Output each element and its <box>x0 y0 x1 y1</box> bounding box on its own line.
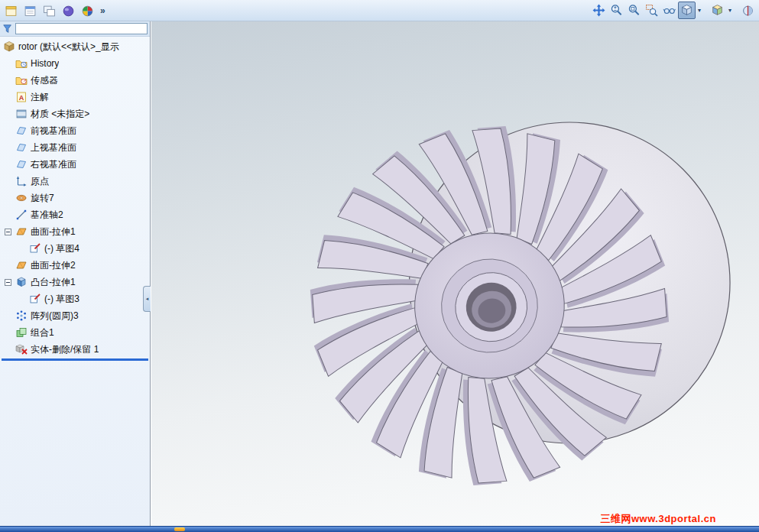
tree-item-label: 原点 <box>31 175 49 188</box>
tree-item-revolve7[interactable]: 旋转7 <box>0 190 150 206</box>
tree-item-right-plane[interactable]: 右视基准面 <box>0 156 150 173</box>
collapse-toggle[interactable] <box>5 279 11 286</box>
sphere-icon <box>62 5 75 18</box>
tree-item-material[interactable]: 材质 <未指定> <box>0 105 150 122</box>
tree-item-body-delete-keep1[interactable]: 实体-删除/保留 1 <box>0 341 150 358</box>
surface-extrude-icon <box>15 259 28 271</box>
view-heads-up-toolbar: ▾ ▾ <box>590 2 757 19</box>
surface-extrude-icon <box>15 225 28 238</box>
template-icon <box>5 5 18 18</box>
zoom-area-icon <box>645 4 658 17</box>
history-folder-icon <box>15 57 28 70</box>
plane-icon <box>15 125 28 137</box>
plane-icon <box>15 141 28 154</box>
tree-item-sensors[interactable]: 传感器 <box>0 72 150 89</box>
pan-button[interactable] <box>590 2 608 19</box>
tree-item-boss-extrude1[interactable]: 凸台-拉伸1 <box>0 274 150 290</box>
tree-item-axis2[interactable]: 基准轴2 <box>0 206 150 223</box>
windows-button[interactable] <box>40 2 58 20</box>
part-icon <box>3 41 15 53</box>
filter-funnel-icon <box>2 24 13 34</box>
tree-item-label: 旋转7 <box>31 192 54 205</box>
form-button[interactable] <box>21 2 39 20</box>
tree-item-label: History <box>31 58 59 69</box>
rotor-3d-model <box>151 21 759 526</box>
tree-item-label: rotor (默认<<默认>_显示 <box>18 41 119 54</box>
display-style-button[interactable] <box>709 2 726 19</box>
tree-item-label: 凸台-拉伸1 <box>31 276 76 289</box>
template-button[interactable] <box>2 2 20 20</box>
tree-filter-row <box>0 21 150 37</box>
zoom-fit-button[interactable] <box>625 2 643 19</box>
zoom-area-button[interactable] <box>643 2 660 19</box>
revolve-feature-icon <box>15 192 28 204</box>
top-toolbar: » ▾ ▾ <box>0 0 759 21</box>
body-delete-icon <box>15 343 28 355</box>
tree-item-surface-extrude1[interactable]: 曲面-拉伸1 <box>0 223 150 240</box>
tree-filter-input[interactable] <box>15 23 148 34</box>
view-orientation-button[interactable] <box>678 2 696 19</box>
resources-ball-icon <box>81 5 94 18</box>
tree-item-label: 前视基准面 <box>31 125 76 138</box>
tree-item-origin[interactable]: 原点 <box>0 173 150 190</box>
taskbar-edge[interactable] <box>0 526 759 532</box>
previous-view-button[interactable] <box>660 2 678 19</box>
display-style-dropdown[interactable]: ▾ <box>726 2 734 19</box>
tree-item-label: 材质 <未指定> <box>31 108 89 121</box>
solidworks-window: » ▾ ▾ rotor (默认<<默认>_显示 <box>0 0 759 532</box>
tree-item-label: 组合1 <box>31 326 54 339</box>
previous-view-icon <box>663 4 676 17</box>
tree-item-surface-extrude2[interactable]: 曲面-拉伸2 <box>0 257 150 274</box>
form-icon <box>24 5 37 18</box>
feature-manager-panel: rotor (默认<<默认>_显示 History 传感器 注解 材质 <未指定… <box>0 21 151 526</box>
material-icon <box>15 108 28 120</box>
tree-item-label: 曲面-拉伸2 <box>31 259 76 272</box>
tree-item-label: 实体-删除/保留 1 <box>31 343 99 356</box>
origin-icon <box>15 175 28 187</box>
combine-icon <box>15 326 28 339</box>
sketch-icon <box>29 242 41 255</box>
circular-pattern-icon <box>15 310 28 322</box>
windows-icon <box>43 5 56 18</box>
tree-item-label: 曲面-拉伸1 <box>31 225 76 238</box>
section-view-icon <box>741 4 754 17</box>
view-orientation-cube-icon <box>680 4 693 17</box>
rollback-bar[interactable] <box>2 358 148 361</box>
tree-item-top-plane[interactable]: 上视基准面 <box>0 139 150 156</box>
quick-access-toolbar: » <box>2 2 109 20</box>
tree-item-label: 基准轴2 <box>31 209 63 222</box>
toolbar-overflow-chevron[interactable]: » <box>97 5 109 16</box>
tree-item-rotor[interactable]: rotor (默认<<默认>_显示 <box>0 38 150 55</box>
feature-tree: rotor (默认<<默认>_显示 History 传感器 注解 材质 <未指定… <box>0 37 150 361</box>
boss-extrude-icon <box>15 276 28 288</box>
tree-item-history[interactable]: History <box>0 55 150 72</box>
plane-icon <box>15 158 28 170</box>
taskbar-app-indicator[interactable] <box>174 527 185 531</box>
tree-item-sketch3[interactable]: (-) 草图3 <box>0 290 150 307</box>
tree-item-front-plane[interactable]: 前视基准面 <box>0 122 150 139</box>
tree-item-label: 注解 <box>31 91 49 104</box>
annotations-icon <box>15 91 28 103</box>
tree-item-annotations[interactable]: 注解 <box>0 89 150 105</box>
section-view-button[interactable] <box>739 2 757 19</box>
tree-item-sketch4[interactable]: (-) 草图4 <box>0 240 150 257</box>
collapse-toggle[interactable] <box>5 229 11 235</box>
sketch-icon <box>29 293 41 305</box>
axis-icon <box>15 209 28 221</box>
resources-button[interactable] <box>78 2 96 20</box>
graphics-area[interactable]: 三维网www.3dportal.cn <box>151 21 759 526</box>
tree-item-label: 右视基准面 <box>31 158 76 171</box>
sphere-button[interactable] <box>59 2 77 20</box>
tree-item-label: 阵列(圆周)3 <box>31 310 79 323</box>
tree-item-circular-pattern3[interactable]: 阵列(圆周)3 <box>0 307 150 324</box>
tree-item-label: (-) 草图3 <box>44 293 79 306</box>
watermark-text: 三维网www.3dportal.cn <box>600 512 716 526</box>
sensors-folder-icon <box>15 74 28 86</box>
panel-splitter-handle[interactable]: ◂ <box>143 286 151 312</box>
zoom-in-out-icon <box>610 4 623 17</box>
zoom-in-out-button[interactable] <box>608 2 625 19</box>
zoom-fit-icon <box>628 4 641 17</box>
view-orientation-dropdown[interactable]: ▾ <box>696 2 703 19</box>
tree-item-label: 上视基准面 <box>31 141 76 154</box>
tree-item-combine1[interactable]: 组合1 <box>0 324 150 341</box>
